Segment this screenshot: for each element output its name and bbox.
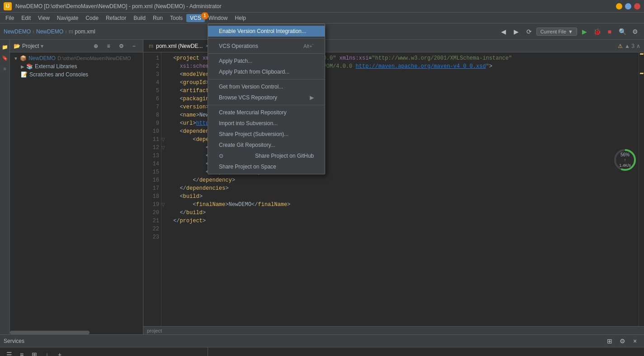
project-dropdown-arrow[interactable]: ▾ <box>41 43 43 49</box>
debug-button[interactable]: 🐞 <box>592 26 602 37</box>
maximize-button[interactable] <box>625 3 631 9</box>
breadcrumb-module[interactable]: NewDEMO <box>36 28 63 35</box>
line-num-16: 16 <box>143 176 159 184</box>
project-add-icon[interactable]: ⊕ <box>90 41 101 52</box>
settings-button[interactable]: ⚙ <box>630 26 640 37</box>
vcs-import-svn-label: Import into Subversion... <box>219 120 278 126</box>
vcs-menu-apply-clipboard[interactable]: Apply Patch from Clipboard... <box>208 66 325 77</box>
back-button[interactable]: ◀ <box>498 26 509 37</box>
menu-edit[interactable]: Edit <box>18 14 34 22</box>
vcs-menu-browse-repo[interactable]: Browse VCS Repository ▶ <box>208 92 325 103</box>
bottom-panel-settings-icon[interactable]: ⚙ <box>617 336 628 347</box>
menu-refactor[interactable]: Refactor <box>102 14 130 22</box>
fold-11[interactable]: ▽ <box>161 136 170 144</box>
menu-build[interactable]: Build <box>130 14 149 22</box>
vcs-mercurial-label: Create Mercurial Repository <box>219 109 286 116</box>
code-line-22: </project> <box>173 217 635 225</box>
fold-21 <box>161 217 170 225</box>
line-num-4: 4 <box>143 79 159 87</box>
vcs-share-github-label: Share Project on GitHub <box>255 153 314 159</box>
vcs-menu-get-vcs[interactable]: Get from Version Control... <box>208 81 325 92</box>
search-button[interactable]: 🔍 <box>617 26 628 37</box>
fold-4 <box>161 79 170 87</box>
line-num-14: 14 <box>143 160 159 168</box>
refresh-button[interactable]: ⟳ <box>524 26 535 37</box>
services-add-icon[interactable]: + <box>54 349 65 356</box>
vcs-menu-share-space[interactable]: Share Project on Space <box>208 161 325 172</box>
vcs-github-icon: ⊙ <box>219 153 223 159</box>
tab-label: pom.xml (NewDE... <box>156 43 203 49</box>
current-file-label: Current File <box>540 29 566 34</box>
minimize-button[interactable] <box>616 3 622 9</box>
tree-item-external-libs[interactable]: ▶ 📚 External Libraries <box>10 62 143 70</box>
vcs-menu-operations[interactable]: VCS Operations Alt+` <box>208 41 325 52</box>
fold-12[interactable]: ▽ <box>161 144 170 152</box>
line-numbers: 1 2 3 4 5 6 7 8 9 10 11 12 13 14 15 16 1… <box>143 52 161 326</box>
expand-icon[interactable]: ∧ <box>636 43 640 49</box>
services-sidebar: ☰ ≡ ⊞ ↓ + No services configured. Add se… <box>0 347 208 356</box>
right-gutter <box>639 52 644 326</box>
menu-run[interactable]: Run <box>149 14 166 22</box>
vcs-menu-sep-2 <box>208 53 325 54</box>
tree-item-scratches[interactable]: 📝 Scratches and Consoles <box>10 70 143 79</box>
project-config-icon[interactable]: ⚙ <box>116 41 127 52</box>
breadcrumb-project[interactable]: NewDEMO <box>4 28 31 35</box>
menu-navigate[interactable]: Navigate <box>53 14 82 22</box>
code-line-18: </dependencies> <box>173 184 635 192</box>
vcs-menu-create-mercurial[interactable]: Create Mercurial Repository <box>208 107 325 118</box>
project-panel-header: 📂 Project ▾ ⊕ ≡ ⚙ − <box>10 40 143 52</box>
forward-button[interactable]: ▶ <box>511 26 522 37</box>
fold-14 <box>161 160 170 168</box>
dropdown-arrow: ▼ <box>568 29 573 34</box>
run-button[interactable]: ▶ <box>579 26 590 37</box>
breadcrumb-sep-1: › <box>33 28 34 35</box>
project-scrollbar-thumb[interactable] <box>10 331 90 334</box>
vcs-apply-patch-label: Apply Patch... <box>219 58 252 64</box>
bottom-panel-controls: ⊞ ⚙ × <box>604 336 640 347</box>
fold-19[interactable]: ▽ <box>161 201 170 209</box>
project-scrollbar[interactable] <box>10 331 143 334</box>
vcs-dropdown-menu[interactable]: Enable Version Control Integration... VC… <box>208 23 325 174</box>
project-minimize-icon[interactable]: − <box>128 41 139 52</box>
vcs-menu-share-svn[interactable]: Share Project (Subversion)... <box>208 129 325 140</box>
vcs-operations-label: VCS Operations <box>219 43 258 49</box>
services-down-icon[interactable]: ↓ <box>42 349 52 356</box>
code-line-19: <build> <box>173 192 635 201</box>
services-list-icon[interactable]: ☰ <box>4 349 14 356</box>
fold-2 <box>161 62 170 70</box>
vcs-menu-enable-vcs[interactable]: Enable Version Control Integration... <box>208 26 325 37</box>
sidebar-project-icon[interactable]: 📁 <box>1 43 9 51</box>
menu-view[interactable]: View <box>34 14 53 22</box>
editor-tab-pom[interactable]: m pom.xml (NewDE... × <box>143 40 214 52</box>
menu-tools[interactable]: Tools <box>166 14 186 22</box>
services-grid-icon[interactable]: ⊞ <box>29 349 40 356</box>
vcs-menu-share-github[interactable]: ⊙ Share Project on GitHub <box>208 150 325 161</box>
sidebar-bookmark-icon[interactable]: 🔖 <box>1 54 9 61</box>
menu-file[interactable]: File <box>2 14 18 22</box>
menu-window[interactable]: Window <box>205 14 232 22</box>
bottom-panel-close-icon[interactable]: × <box>630 336 640 347</box>
bottom-panel-expand-icon[interactable]: ⊞ <box>604 336 615 347</box>
menu-bar: File Edit View Navigate Code Refactor Bu… <box>0 13 644 23</box>
tree-label-root: NewDEMO <box>28 55 56 61</box>
tree-item-root[interactable]: ▼ 📦 NewDEMO D:\other\DemoMaven\NewDEMO <box>10 54 143 62</box>
menu-code[interactable]: Code <box>82 14 102 22</box>
vcs-menu-create-git[interactable]: Create Git Repository... <box>208 140 325 150</box>
close-button[interactable] <box>634 3 640 9</box>
project-icon: 📂 <box>14 43 20 49</box>
current-file-dropdown[interactable]: Current File ▼ <box>536 28 577 36</box>
fold-column: ▽ ▽ ▽ <box>161 52 170 326</box>
sidebar-structure-icon[interactable]: ≡ <box>1 65 9 72</box>
vcs-menu-import-svn[interactable]: Import into Subversion... <box>208 118 325 129</box>
line-num-19: 19 <box>143 201 159 209</box>
stop-button[interactable]: ■ <box>604 26 615 37</box>
vcs-get-label: Get from Version Control... <box>219 84 283 90</box>
services-list2-icon[interactable]: ≡ <box>16 349 27 356</box>
menu-help[interactable]: Help <box>231 14 250 22</box>
line-num-18: 18 <box>143 192 159 201</box>
vcs-menu-apply-patch[interactable]: Apply Patch... <box>208 56 325 66</box>
menu-vcs[interactable]: VCS 1 <box>186 14 205 22</box>
project-sort-icon[interactable]: ≡ <box>103 41 114 52</box>
project-panel: 📂 Project ▾ ⊕ ≡ ⚙ − ▼ 📦 NewDEMO D:\other… <box>10 40 143 334</box>
line-num-6: 6 <box>143 95 159 103</box>
